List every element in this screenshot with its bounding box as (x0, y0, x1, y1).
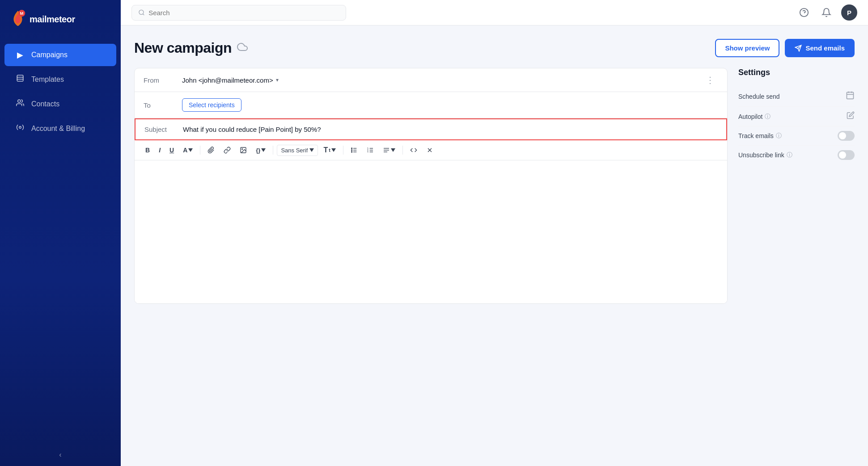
numbered-list-button[interactable]: 1. 2. 3. (363, 144, 377, 156)
link-button[interactable] (220, 144, 234, 156)
attach-button[interactable] (204, 144, 218, 156)
autopilot-info-icon: ⓘ (765, 113, 771, 121)
italic-button[interactable]: I (155, 144, 164, 156)
send-icon (795, 45, 802, 52)
page-content: New campaign Show preview Send emails (121, 25, 868, 466)
from-dropdown-arrow[interactable]: ▾ (276, 77, 279, 83)
topbar-right: P (796, 4, 857, 21)
toolbar-divider-1 (200, 146, 200, 155)
logo-area: M mailmeteor (0, 0, 121, 38)
svg-text:M: M (20, 11, 24, 16)
svg-marker-13 (188, 148, 193, 152)
sidebar-item-campaigns[interactable]: ▶ Campaigns (4, 44, 116, 66)
page-title-area: New campaign (134, 40, 715, 56)
svg-marker-16 (261, 148, 266, 152)
svg-point-5 (18, 100, 21, 102)
more-options-icon[interactable]: ⋮ (702, 74, 718, 86)
editor-body[interactable] (135, 160, 727, 303)
settings-autopilot: Autopilot ⓘ (738, 107, 855, 126)
header-actions: Show preview Send emails (715, 39, 855, 57)
contacts-icon (15, 99, 25, 109)
clear-format-icon (426, 147, 433, 154)
sidebar-item-label-contacts: Contacts (31, 100, 59, 108)
schedule-send-action[interactable] (846, 91, 855, 102)
track-emails-toggle[interactable] (838, 131, 855, 141)
main-content: P New campaign Show preview Sen (121, 0, 868, 466)
font-size-button[interactable]: Tt (320, 144, 339, 156)
align-dropdown-icon (391, 148, 395, 152)
svg-point-15 (242, 149, 243, 150)
settings-track-emails: Track emails ⓘ (738, 126, 855, 146)
send-emails-button[interactable]: Send emails (785, 39, 855, 57)
bold-button[interactable]: B (142, 144, 153, 156)
logo-flame-icon: M (10, 10, 26, 29)
notification-icon[interactable] (819, 5, 834, 20)
page-title: New campaign (134, 40, 232, 56)
from-row: From John <john@mailmeteor.com> ▾ ⋮ (135, 68, 727, 92)
toolbar-divider-2 (273, 146, 273, 155)
image-button[interactable] (236, 144, 250, 156)
code-button[interactable] (406, 144, 421, 156)
sidebar-collapse-button[interactable]: ‹ (0, 444, 121, 466)
font-family-dropdown-icon (309, 148, 314, 152)
settings-panel: Settings Schedule send Autopilot ⓘ (738, 68, 855, 453)
from-label: From (144, 76, 175, 84)
font-color-button[interactable]: A (179, 144, 196, 156)
svg-point-23 (351, 150, 352, 151)
track-emails-label: Track emails ⓘ (738, 132, 782, 140)
sidebar-item-contacts[interactable]: Contacts (4, 92, 116, 115)
svg-line-8 (143, 14, 144, 15)
account-billing-icon (15, 123, 25, 134)
unsubscribe-link-label: Unsubscribe link ⓘ (738, 151, 792, 159)
svg-rect-37 (847, 92, 854, 99)
toolbar-divider-4 (402, 146, 403, 155)
show-preview-button[interactable]: Show preview (715, 39, 779, 57)
bullet-list-button[interactable] (347, 144, 361, 156)
sidebar-item-templates[interactable]: Templates (4, 68, 116, 91)
attach-icon (207, 147, 215, 154)
image-icon (240, 147, 247, 154)
svg-point-22 (351, 148, 352, 149)
avatar[interactable]: P (841, 4, 857, 21)
link-icon (224, 147, 231, 154)
logo-text: mailmeteor (30, 14, 75, 25)
sidebar-item-label-account: Account & Billing (31, 125, 85, 133)
unsubscribe-link-toggle[interactable] (838, 150, 855, 160)
to-row: To Select recipients (135, 92, 727, 118)
edit-icon (847, 111, 855, 119)
page-header: New campaign Show preview Send emails (134, 39, 855, 57)
numbered-list-icon: 1. 2. 3. (367, 147, 374, 154)
svg-rect-2 (17, 75, 23, 81)
templates-icon (15, 74, 25, 84)
svg-marker-17 (309, 148, 314, 152)
font-size-dropdown-icon (331, 148, 336, 152)
sidebar-item-label-templates: Templates (31, 76, 64, 84)
search-icon (138, 9, 145, 16)
toolbar-row: B I U A (135, 140, 727, 160)
composer-main: From John <john@mailmeteor.com> ▾ ⋮ To S… (134, 68, 728, 453)
subject-row: Subject (135, 118, 727, 140)
search-input[interactable] (148, 9, 339, 17)
help-icon[interactable] (796, 5, 812, 20)
clear-format-button[interactable] (423, 144, 437, 156)
align-button[interactable] (379, 144, 399, 156)
svg-point-24 (351, 151, 352, 152)
nav-items: ▶ Campaigns Templates Contacts (0, 38, 121, 444)
variable-button[interactable]: {} (252, 145, 269, 156)
sidebar: M mailmeteor ▶ Campaigns Templates Conta… (0, 0, 121, 466)
autopilot-action[interactable] (847, 111, 855, 122)
composer-layout: From John <john@mailmeteor.com> ▾ ⋮ To S… (134, 68, 855, 453)
font-family-select[interactable]: Sans Serif (277, 145, 318, 156)
subject-input[interactable] (183, 126, 717, 133)
track-emails-info-icon: ⓘ (776, 132, 782, 140)
underline-button[interactable]: U (166, 144, 178, 156)
align-icon (383, 147, 390, 154)
svg-marker-18 (331, 148, 336, 152)
sidebar-item-label-campaigns: Campaigns (31, 51, 68, 59)
calendar-icon (846, 91, 855, 100)
select-recipients-button[interactable]: Select recipients (182, 98, 241, 112)
search-bar[interactable] (131, 5, 346, 21)
sidebar-item-account-billing[interactable]: Account & Billing (4, 117, 116, 140)
settings-title: Settings (738, 68, 855, 77)
toolbar-divider-3 (343, 146, 343, 155)
